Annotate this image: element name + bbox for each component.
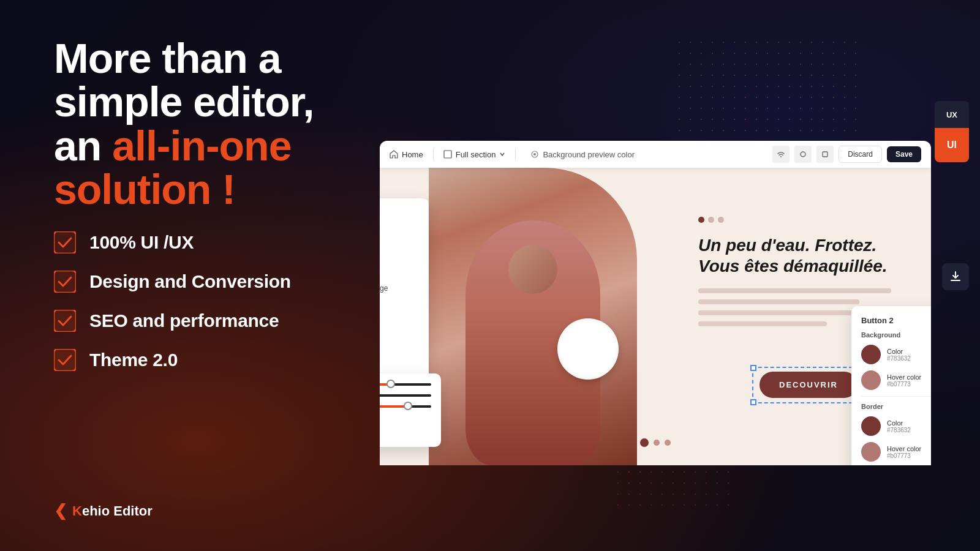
background-section-title: Background [861,331,931,339]
list-item-heading[interactable]: T Heading [380,224,421,242]
slider-1 [380,383,431,386]
bg-color-hex: #783632 [887,355,911,362]
border-hover-label: Hover color [887,445,921,452]
handle-bl[interactable] [750,399,756,405]
square-icon [821,151,829,158]
text-line-2 [698,299,859,304]
feature-item-ui-ux: 100% UI /UX [54,231,372,253]
toolbar-icon-wifi[interactable] [772,146,790,163]
slider-3 [380,405,431,408]
slider-thumb-3[interactable] [404,402,412,410]
list-item-advanced-image[interactable]: Advanced image [380,279,421,298]
border-color-row: Color #783632 [861,416,931,436]
background-icon [530,150,539,159]
slider-thumb-1[interactable] [386,380,395,388]
ux-button[interactable]: UX [935,101,969,128]
home-icon [390,150,398,159]
bg-color-label: Color [887,348,911,355]
nav-dot-3[interactable] [665,440,671,446]
slider-track-1 [380,383,431,386]
circle-icon [799,151,807,158]
color-panel-title: Button 2 [861,316,931,325]
list-item-video[interactable]: Video [380,316,421,334]
section-icon [443,150,452,159]
toolbar-section-label: Full section [456,150,496,159]
editor-container: UX UI Home Full section [380,0,980,551]
text-line-4 [698,321,827,326]
wifi-icon [777,150,785,159]
slider-2 [380,394,431,397]
slider-track-2 [380,394,431,397]
bg-color-swatch[interactable] [861,345,881,364]
headline: More than a simple editor, an all-in-one… [54,37,372,212]
discard-button[interactable]: Discard [839,146,882,163]
border-hover-info: Hover color #b07773 [887,445,921,459]
border-hover-swatch[interactable] [861,442,881,462]
border-hover-row: Hover color #b07773 [861,442,931,462]
product-image-area [429,168,637,465]
feature-text-ui-ux: 100% UI /UX [89,232,194,253]
border-color-swatch[interactable] [861,416,881,436]
toolbar-divider-2 [515,148,516,160]
list-item-icon-text[interactable]: Icon with text [380,353,421,371]
advanced-image-label: Advanced image [380,284,388,293]
nav-dot-2[interactable] [654,440,660,446]
check-icon-design [54,271,76,293]
person-head [508,245,557,294]
svg-point-12 [801,152,805,157]
svg-rect-4 [54,310,76,332]
download-button[interactable] [942,263,969,290]
toolbar-divider-1 [433,148,434,160]
logo-k-letter: K [72,503,82,519]
bg-color-info: Color #783632 [887,348,911,362]
save-button[interactable]: Save [887,146,921,162]
list-item-button[interactable]: Button [380,334,421,353]
toolbar-background[interactable]: Background preview color [530,150,635,159]
handle-tl[interactable] [750,365,756,371]
logo: ❮ Kehio Editor [54,501,153,520]
editor-toolbar: Home Full section Background preview col… [380,141,931,168]
feature-item-seo: SEO and performance [54,310,372,332]
toolbar-icons: Discard Save [772,146,921,163]
product-title: Un peu d'eau. Frottez. Vous êtes démaqui… [698,235,913,276]
editor-main: Un peu d'eau. Frottez. Vous êtes démaqui… [380,168,931,465]
list-item-divider[interactable]: Divider [380,298,421,316]
border-hover-hex: #b07773 [887,452,921,459]
color-panel: Button 2 Background Color #783632 Hover … [851,306,931,465]
features-list: 100% UI /UX Design and Conversion SEO an… [54,231,372,371]
feature-text-seo: SEO and performance [89,310,279,331]
list-item-text[interactable]: Text [380,242,421,261]
toolbar-icon-circle[interactable] [794,146,812,163]
border-color-info: Color #783632 [887,419,911,433]
toolbar-bg-label: Background preview color [543,150,635,159]
ux-ui-buttons: UX UI [935,101,969,162]
svg-rect-8 [444,151,451,158]
ui-button[interactable]: UI [935,128,969,162]
svg-rect-13 [823,152,827,157]
svg-point-11 [780,156,782,157]
toolbar-home[interactable]: Home [390,150,423,159]
dot-3 [718,217,724,223]
bg-hover-swatch[interactable] [861,370,881,390]
selection-box [752,367,865,403]
text-line-1 [698,288,891,293]
border-section-title: Border [861,403,931,410]
feature-text-theme: Theme 2.0 [89,350,178,370]
bg-hover-row: Hover color #b07773 [861,370,931,390]
left-content: More than a simple editor, an all-in-one… [54,37,372,371]
list-item-image[interactable]: Image [380,261,421,279]
headline-line1: More than a simple editor, [54,35,314,125]
slider-track-3 [380,405,431,408]
logo-name: ehio Editor [82,503,153,519]
toolbar-icon-square[interactable] [816,146,834,163]
bg-hover-hex: #b07773 [887,381,921,388]
items-list-panel: Items list T Heading Text Image [380,198,429,381]
logo-text: Kehio Editor [72,503,153,519]
feature-text-design: Design and Conversion [89,271,291,292]
slider-panel [380,373,441,447]
toolbar-home-label: Home [402,150,423,159]
nav-dot-1[interactable] [640,438,649,447]
bg-color-row: Color #783632 [861,345,931,364]
check-icon-ui-ux [54,231,76,253]
toolbar-section[interactable]: Full section [443,150,506,159]
